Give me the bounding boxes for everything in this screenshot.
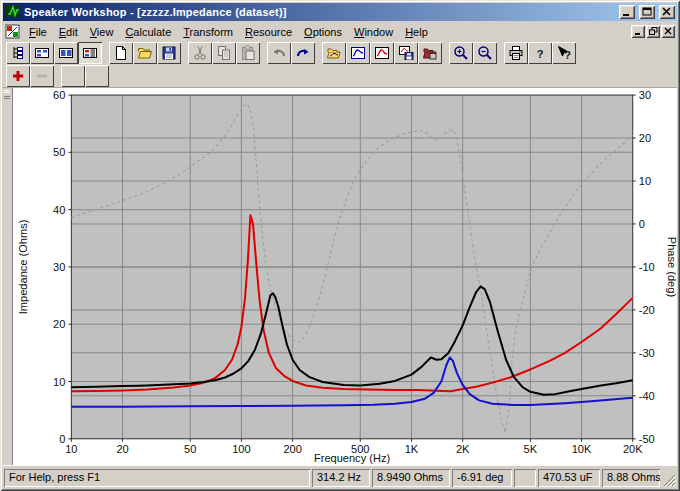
y-right-tick-label: -10: [639, 261, 655, 273]
blank-2-button[interactable]: [85, 65, 109, 87]
status-value-0: 314.2 Hz: [312, 469, 370, 487]
menu-transform[interactable]: Transform: [177, 24, 239, 40]
svg-text:?: ?: [537, 48, 544, 60]
toolbar-main: ??: [3, 41, 677, 65]
y-right-tick-label: -40: [639, 390, 655, 402]
app-window: Speaker Workshop - [zzzzz.Impedance (dat…: [0, 0, 680, 491]
remove-series-icon: [34, 68, 50, 84]
new-file-button[interactable]: [109, 42, 133, 64]
x-tick-label: 50: [184, 443, 196, 455]
copy-button: [212, 42, 236, 64]
svg-text:?: ?: [564, 49, 571, 61]
menu-items: FileEditViewCalculateTransformResourceOp…: [23, 22, 630, 41]
y-right-tick-label: -50: [639, 433, 655, 445]
print-button[interactable]: [504, 42, 528, 64]
menu-options[interactable]: Options: [298, 24, 348, 40]
close-button[interactable]: [659, 5, 675, 19]
menu-window[interactable]: Window: [348, 24, 399, 40]
maximize-button[interactable]: [639, 5, 655, 19]
status-value-1: 8.9490 Ohms: [372, 469, 450, 487]
chart-wizard-button[interactable]: [370, 42, 394, 64]
cut-button: [188, 42, 212, 64]
redo-button[interactable]: [291, 42, 315, 64]
export-data-button[interactable]: [418, 42, 442, 64]
menu-resource[interactable]: Resource: [239, 24, 298, 40]
print-icon: [508, 45, 524, 61]
child-minimize-button[interactable]: [631, 25, 645, 38]
remove-series-button: [30, 65, 54, 87]
save-file-button[interactable]: [157, 42, 181, 64]
help-button[interactable]: ?: [528, 42, 552, 64]
resize-grip[interactable]: [662, 469, 676, 487]
chart-wizard-icon: [374, 45, 390, 61]
save-chart-button[interactable]: [394, 42, 418, 64]
child-restore-button[interactable]: [646, 25, 660, 38]
new-chart-icon: [350, 45, 366, 61]
context-help-button[interactable]: ?: [552, 42, 576, 64]
zoom-in-button[interactable]: [449, 42, 473, 64]
import-data-button[interactable]: [322, 42, 346, 64]
menu-help[interactable]: Help: [399, 24, 434, 40]
zoom-out-button[interactable]: [473, 42, 497, 64]
window-title: Speaker Workshop - [zzzzz.Impedance (dat…: [24, 6, 615, 18]
undo-button: [267, 42, 291, 64]
new-file-icon: [113, 45, 129, 61]
x-tick-label: 5K: [524, 443, 538, 455]
menu-calculate[interactable]: Calculate: [119, 24, 177, 40]
content-area: 1020501002005001K2K5K10K20K0102030405060…: [3, 88, 677, 465]
menu-view[interactable]: View: [84, 24, 120, 40]
view-data-small-icon: [34, 45, 50, 61]
view-data-large-button[interactable]: [54, 42, 78, 64]
y-right-tick-label: 20: [639, 132, 651, 144]
view-notebook-button[interactable]: [6, 42, 30, 64]
zoom-out-icon: [477, 45, 493, 61]
y-right-tick-label: 0: [639, 218, 645, 230]
menu-file[interactable]: File: [23, 24, 53, 40]
status-value-5: 8.88 Ohms: [602, 469, 660, 487]
blank-1-button[interactable]: [61, 65, 85, 87]
minimize-button[interactable]: [619, 5, 635, 19]
save-file-icon: [161, 45, 177, 61]
dock-grip-icon: [4, 90, 10, 99]
paste-icon: [240, 45, 256, 61]
cut-icon: [192, 45, 208, 61]
view-data-small-button[interactable]: [30, 42, 54, 64]
view-chart-data-icon: [82, 45, 98, 61]
status-bar: For Help, press F1 314.2 Hz8.9490 Ohms-6…: [3, 465, 677, 488]
blank-1-icon: [65, 68, 81, 84]
y-right-tick-label: -20: [639, 304, 655, 316]
child-close-button[interactable]: [661, 25, 675, 38]
new-chart-button[interactable]: [346, 42, 370, 64]
add-series-button[interactable]: [6, 65, 30, 87]
view-chart-data-button[interactable]: [78, 42, 102, 64]
add-series-icon: [10, 68, 26, 84]
status-value-4: 470.53 uF: [538, 469, 600, 487]
help-icon: ?: [532, 45, 548, 61]
x-tick-label: 100: [232, 443, 250, 455]
import-data-icon: [326, 45, 342, 61]
title-bar[interactable]: Speaker Workshop - [zzzzz.Impedance (dat…: [3, 3, 677, 21]
status-panels: 314.2 Hz8.9490 Ohms-6.91 deg470.53 uF8.8…: [312, 469, 660, 487]
blank-2-icon: [89, 68, 105, 84]
toolbar-series: [3, 65, 677, 88]
y-left-tick-label: 10: [53, 376, 65, 388]
open-file-button[interactable]: [133, 42, 157, 64]
y-left-tick-label: 60: [53, 89, 65, 101]
menu-edit[interactable]: Edit: [53, 24, 84, 40]
redo-icon: [295, 45, 311, 61]
y-left-tick-label: 0: [59, 433, 65, 445]
y-right-tick-label: 30: [639, 89, 651, 101]
chart-canvas[interactable]: 1020501002005001K2K5K10K20K0102030405060…: [12, 88, 677, 465]
status-help-text: For Help, press F1: [4, 469, 310, 487]
view-data-large-icon: [58, 45, 74, 61]
status-value-3: [514, 469, 536, 487]
export-data-icon: [422, 45, 438, 61]
toolbar-dock-strip[interactable]: [3, 88, 12, 465]
app-icon: [5, 3, 21, 21]
x-tick-label: 10: [65, 443, 77, 455]
impedance-chart: 1020501002005001K2K5K10K20K0102030405060…: [13, 88, 677, 465]
copy-icon: [216, 45, 232, 61]
view-notebook-icon: [10, 45, 26, 61]
y-left-tick-label: 50: [53, 146, 65, 158]
x-tick-label: 20: [116, 443, 128, 455]
